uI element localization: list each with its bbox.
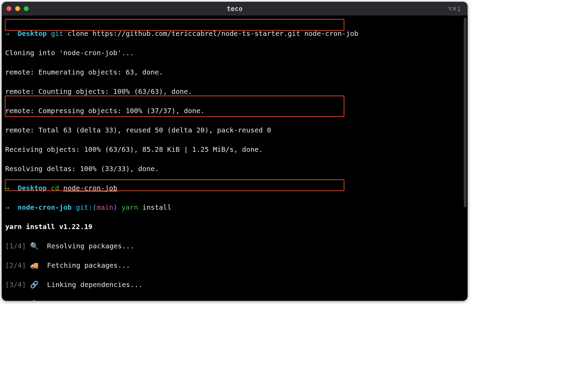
output-line: Resolving deltas: 100% (33/33), done.: [5, 164, 464, 174]
scrollbar[interactable]: [464, 18, 467, 207]
terminal-body[interactable]: → Desktop git clone https://github.com/t…: [2, 16, 468, 301]
cmd-text: clone https://github.com/tericcabrel/nod…: [63, 29, 359, 38]
output-line: remote: Total 63 (delta 33), reused 50 (…: [5, 125, 464, 135]
link-icon: 🔗: [26, 280, 47, 289]
git-branch: main: [97, 203, 113, 211]
git-label: git:(: [72, 203, 97, 211]
output-line: remote: Counting objects: 100% (63/63), …: [5, 87, 464, 96]
terminal-window: teco ⌥⌘1 → Desktop git clone https://git…: [2, 2, 468, 301]
step-number: [1/4]: [5, 242, 26, 250]
step-text: Linking dependencies...: [47, 280, 143, 289]
search-icon: 🔍: [26, 242, 47, 250]
window-title: teco: [2, 5, 468, 12]
output-line: Receiving objects: 100% (63/63), 85.28 K…: [5, 145, 464, 154]
git-token: git: [47, 29, 63, 38]
yarn-step: [3/4] 🔗 Linking dependencies...: [5, 280, 464, 289]
output-line: remote: Compressing objects: 100% (37/37…: [5, 106, 464, 116]
cwd: Desktop: [18, 184, 47, 192]
cmd-text: install: [138, 203, 171, 211]
step-text: Building fresh packages...: [47, 300, 155, 301]
prompt-arrow-icon: →: [5, 203, 18, 211]
git-close: ): [113, 203, 117, 211]
step-number: [2/4]: [5, 261, 26, 269]
yarn-step: [4/4] 🔨 Building fresh packages...: [5, 299, 464, 301]
prompt-line-2: → Desktop cd node-cron-job: [5, 183, 464, 193]
hammer-icon: 🔨: [26, 300, 47, 301]
prompt-line-1: → Desktop git clone https://github.com/t…: [5, 29, 464, 38]
output-line: remote: Enumerating objects: 63, done.: [5, 67, 464, 77]
hotkey-indicator: ⌥⌘1: [448, 5, 461, 12]
cwd: Desktop: [18, 29, 47, 38]
truck-icon: 🚚: [26, 261, 47, 269]
cmd-text: yarn: [117, 203, 138, 211]
prompt-arrow-icon: →: [5, 184, 18, 192]
step-number: [3/4]: [5, 280, 26, 289]
step-text: Resolving packages...: [47, 242, 134, 250]
output-line: Cloning into 'node-cron-job'...: [5, 48, 464, 58]
prompt-arrow-icon: →: [5, 29, 18, 38]
yarn-step: [1/4] 🔍 Resolving packages...: [5, 241, 464, 251]
step-text: Fetching packages...: [47, 261, 130, 269]
prompt-line-3: → node-cron-job git:(main) yarn install: [5, 202, 464, 212]
yarn-header: yarn install v1.22.19: [5, 222, 464, 231]
cmd-text: cd: [47, 184, 63, 192]
yarn-step: [2/4] 🚚 Fetching packages...: [5, 260, 464, 270]
cwd: node-cron-job: [18, 203, 72, 211]
titlebar: teco ⌥⌘1: [2, 2, 468, 16]
cd-target: node-cron-job: [63, 184, 118, 192]
step-number: [4/4]: [5, 300, 26, 301]
